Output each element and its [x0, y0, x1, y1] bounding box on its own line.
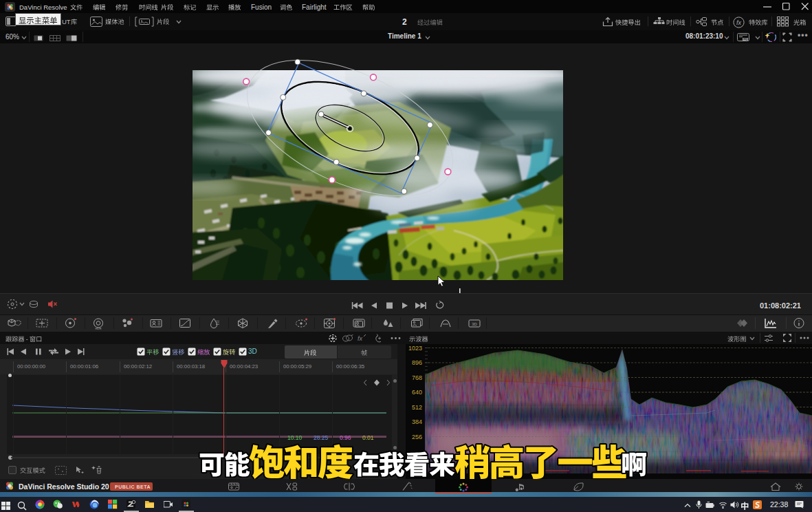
svg-text:HDR: HDR [95, 327, 101, 330]
svg-text:fx: fx [736, 19, 742, 26]
svg-text:HQ: HQ [743, 38, 747, 41]
svg-text:fx: fx [358, 335, 363, 342]
svg-text:3D: 3D [472, 322, 477, 326]
